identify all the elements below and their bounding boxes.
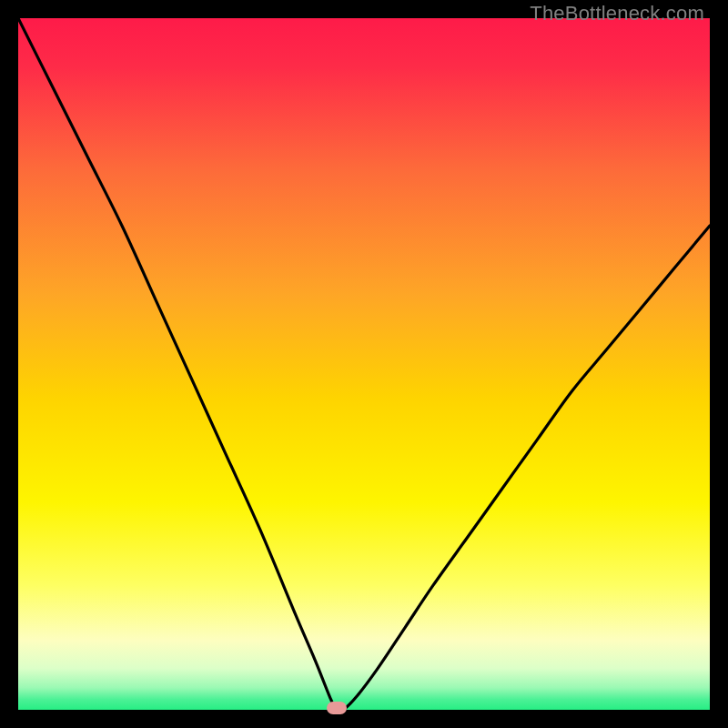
chart-frame bbox=[18, 18, 710, 710]
gradient-background bbox=[18, 18, 710, 710]
optimal-point-marker bbox=[327, 702, 347, 714]
watermark-text: TheBottleneck.com bbox=[530, 2, 704, 25]
chart-canvas bbox=[18, 18, 710, 710]
